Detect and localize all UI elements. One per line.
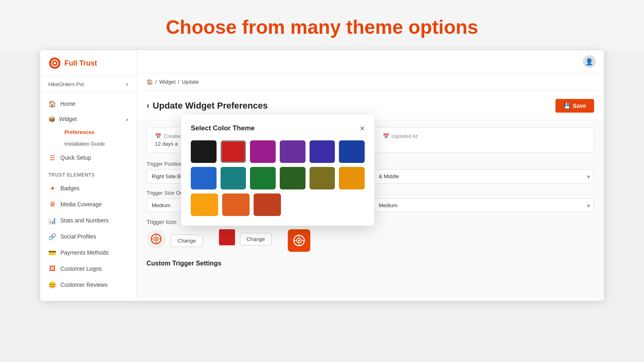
color-swatch-green[interactable] [250, 167, 276, 189]
color-swatch-burnt-orange[interactable] [254, 193, 281, 216]
logo-text: Full Trust [64, 59, 97, 68]
sidebar-item-preferences[interactable]: Preferences [60, 126, 136, 138]
payments-icon: 💳 [48, 249, 56, 257]
sidebar-item-home[interactable]: 🏠 Home [40, 96, 136, 112]
sidebar-item-social-profiles[interactable]: 🔗 Social Profiles [40, 228, 136, 245]
sidebar-badges-label: Badges [60, 185, 79, 191]
color-swatch-magenta[interactable] [250, 140, 276, 163]
social-icon: 🔗 [48, 232, 56, 241]
color-swatch-blue[interactable] [191, 167, 217, 189]
sidebar-item-badges[interactable]: ✦ Badges [40, 180, 136, 196]
widget-icon: 📦 [48, 116, 55, 122]
sidebar-item-payments[interactable]: 💳 Payments Methods [40, 245, 136, 261]
color-swatch-purple[interactable] [280, 140, 305, 163]
sidebar-nav: 🏠 Home 📦 Widget ▴ Preferences Installati… [40, 93, 136, 293]
sidebar-payments-label: Payments Methods [60, 249, 109, 256]
modal-title: Select Color Theme [191, 124, 255, 132]
color-grid [191, 140, 365, 216]
color-swatch-olive[interactable] [310, 167, 335, 189]
reviews-icon: 😊 [48, 281, 56, 289]
badges-icon: ✦ [48, 184, 56, 192]
sidebar-logos-label: Customer Logos [60, 265, 102, 272]
sidebar-stats-label: Stats and Numbers [60, 217, 109, 224]
quick-setup-icon: ☰ [48, 154, 56, 162]
modal-header: Select Color Theme × [191, 124, 365, 132]
logos-icon: 🖼 [48, 265, 56, 273]
widget-submenu: Preferences Installation Guide [40, 126, 136, 150]
color-theme-modal: Select Color Theme × [181, 115, 374, 226]
sidebar-social-label: Social Profiles [60, 233, 96, 240]
modal-close-button[interactable]: × [360, 124, 365, 132]
sidebar-item-widget[interactable]: 📦 Widget ▴ [40, 112, 136, 126]
promo-title: Choose from many theme options [8, 16, 636, 38]
stats-icon: 📊 [48, 216, 56, 224]
sidebar-reviews-label: Customer Reviews [60, 282, 107, 288]
sidebar-widget-label: Widget [59, 116, 77, 122]
color-row-2 [191, 167, 365, 189]
sidebar-item-media-coverage[interactable]: 🖥 Media Coverage [40, 196, 136, 212]
color-swatch-orange1[interactable] [191, 193, 218, 216]
sidebar-item-quick-setup[interactable]: ☰ Quick Setup [40, 150, 136, 166]
svg-point-2 [54, 62, 56, 64]
color-swatch-amber[interactable] [339, 167, 365, 189]
color-swatch-navy[interactable] [339, 140, 365, 163]
chevron-down-icon: ▾ [126, 82, 128, 87]
sidebar-mediacoverage-label: Media Coverage [60, 201, 102, 208]
sidebar-logo: Full Trust [40, 50, 136, 76]
color-swatch-dark-green[interactable] [280, 167, 305, 189]
modal-overlay: Select Color Theme × [137, 50, 604, 301]
org-selector[interactable]: HikeOrders Pvt ▾ [40, 76, 136, 93]
color-swatch-orange2[interactable] [222, 193, 250, 216]
color-row-1 [191, 140, 365, 163]
color-swatch-teal[interactable] [221, 167, 246, 189]
media-coverage-icon: 🖥 [48, 200, 56, 208]
sidebar: Full Trust HikeOrders Pvt ▾ 🏠 Home 📦 Wid… [40, 50, 137, 301]
main-content: 👤 🏠 / Widget / Update ‹ Update Widget Pr… [137, 50, 604, 301]
chevron-up-icon: ▴ [126, 116, 128, 122]
sidebar-quicksetup-label: Quick Setup [60, 154, 91, 161]
app-container: Full Trust HikeOrders Pvt ▾ 🏠 Home 📦 Wid… [40, 50, 604, 301]
sidebar-item-customer-reviews[interactable]: 😊 Customer Reviews [40, 277, 136, 293]
color-swatch-red[interactable] [221, 140, 246, 163]
trust-elements-section-title: Trust Elements [40, 166, 136, 180]
promo-header: Choose from many theme options [0, 0, 644, 50]
home-icon: 🏠 [48, 100, 56, 108]
logo-icon [48, 57, 61, 70]
sidebar-item-installation-guide[interactable]: Installation Guide [60, 138, 136, 150]
color-row-3 [191, 193, 365, 216]
sidebar-item-stats[interactable]: 📊 Stats and Numbers [40, 212, 136, 228]
org-name: HikeOrders Pvt [48, 81, 84, 87]
color-swatch-black[interactable] [191, 140, 217, 163]
sidebar-item-customer-logos[interactable]: 🖼 Customer Logos [40, 261, 136, 277]
sidebar-home-label: Home [60, 101, 75, 107]
color-swatch-indigo[interactable] [310, 140, 335, 163]
